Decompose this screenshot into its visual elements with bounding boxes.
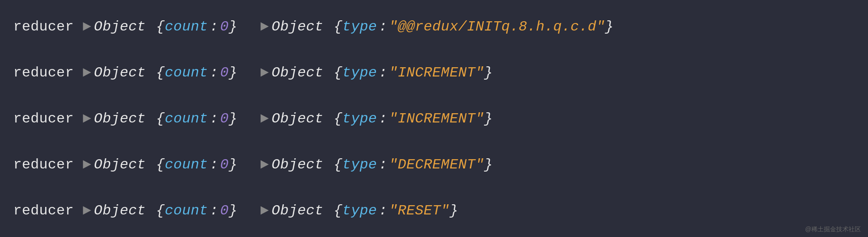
triangle-icon-1: ►	[83, 157, 92, 173]
open-brace-1: {	[147, 157, 165, 173]
state-prop-value: 0	[220, 65, 229, 81]
open-brace-1: {	[147, 203, 165, 219]
triangle-icon-1: ►	[83, 203, 92, 219]
console-row: reducer ► Object { count : 0 } ► Object …	[0, 50, 868, 96]
triangle-icon-1: ►	[83, 111, 92, 127]
colon-1: :	[210, 65, 219, 81]
close-brace-2: }	[449, 203, 458, 219]
close-brace-2: }	[484, 111, 493, 127]
action-prop-value: "RESET"	[389, 203, 449, 219]
action-prop-name: type	[342, 65, 377, 81]
state-prop-name: count	[165, 157, 208, 173]
action-prop-name: type	[342, 157, 377, 173]
close-brace-1: }	[229, 157, 238, 173]
colon-2: :	[379, 65, 388, 81]
separator	[245, 65, 253, 81]
close-brace-1: }	[229, 19, 238, 35]
action-prop-name: type	[342, 111, 377, 127]
colon-1: :	[210, 157, 219, 173]
colon-2: :	[379, 19, 388, 35]
separator	[245, 19, 253, 35]
triangle-icon-1: ►	[83, 65, 92, 81]
console-output: reducer ► Object { count : 0 } ► Object …	[0, 0, 868, 237]
open-brace-2: {	[325, 65, 342, 81]
triangle-icon-2: ►	[260, 157, 269, 173]
close-brace-2: }	[484, 157, 493, 173]
open-brace-2: {	[325, 203, 342, 219]
object-label-2: Object	[272, 111, 323, 127]
close-brace-1: }	[229, 111, 238, 127]
colon-1: :	[210, 203, 219, 219]
state-prop-value: 0	[220, 19, 229, 35]
state-prop-value: 0	[220, 203, 229, 219]
action-prop-name: type	[342, 203, 377, 219]
object-label-1: Object	[94, 203, 146, 219]
close-brace-2: }	[605, 19, 614, 35]
triangle-icon-2: ►	[260, 65, 269, 81]
open-brace-1: {	[147, 19, 165, 35]
open-brace-1: {	[147, 111, 165, 127]
action-prop-value: "INCREMENT"	[389, 111, 484, 127]
colon-1: :	[210, 111, 219, 127]
triangle-icon-2: ►	[260, 203, 269, 219]
triangle-icon-2: ►	[260, 111, 269, 127]
triangle-icon-1: ►	[83, 19, 92, 35]
separator	[245, 157, 253, 173]
close-brace-1: }	[229, 203, 238, 219]
action-prop-value: "INCREMENT"	[389, 65, 484, 81]
state-prop-name: count	[165, 19, 208, 35]
colon-1: :	[210, 19, 219, 35]
separator	[245, 111, 253, 127]
reducer-keyword: reducer	[13, 19, 74, 35]
console-row: reducer ► Object { count : 0 } ► Object …	[0, 187, 868, 233]
state-prop-name: count	[165, 111, 208, 127]
colon-2: :	[379, 157, 388, 173]
open-brace-1: {	[147, 65, 165, 81]
colon-2: :	[379, 203, 388, 219]
object-label-1: Object	[94, 157, 146, 173]
open-brace-2: {	[325, 157, 342, 173]
object-label-2: Object	[272, 157, 323, 173]
console-row: reducer ► Object { count : 0 } ► Object …	[0, 141, 868, 187]
reducer-keyword: reducer	[13, 203, 74, 219]
console-row: reducer ► Object { count : 0 } ► Object …	[0, 96, 868, 141]
close-brace-2: }	[484, 65, 493, 81]
reducer-keyword: reducer	[13, 111, 74, 127]
object-label-1: Object	[94, 65, 146, 81]
reducer-keyword: reducer	[13, 65, 74, 81]
object-label-1: Object	[94, 111, 146, 127]
action-prop-value: "@@redux/INITq.8.h.q.c.d"	[389, 19, 605, 35]
open-brace-2: {	[325, 19, 342, 35]
close-brace-1: }	[229, 65, 238, 81]
colon-2: :	[379, 111, 388, 127]
state-prop-name: count	[165, 65, 208, 81]
reducer-keyword: reducer	[13, 157, 74, 173]
state-prop-value: 0	[220, 157, 229, 173]
action-prop-value: "DECREMENT"	[389, 157, 484, 173]
state-prop-value: 0	[220, 111, 229, 127]
object-label-2: Object	[272, 203, 323, 219]
object-label-2: Object	[272, 65, 323, 81]
console-row: reducer ► Object { count : 0 } ► Object …	[0, 4, 868, 50]
watermark: @稀土掘金技术社区	[805, 226, 861, 233]
state-prop-name: count	[165, 203, 208, 219]
separator	[245, 203, 253, 219]
open-brace-2: {	[325, 111, 342, 127]
action-prop-name: type	[342, 19, 377, 35]
object-label-1: Object	[94, 19, 146, 35]
object-label-2: Object	[272, 19, 323, 35]
triangle-icon-2: ►	[260, 19, 269, 35]
